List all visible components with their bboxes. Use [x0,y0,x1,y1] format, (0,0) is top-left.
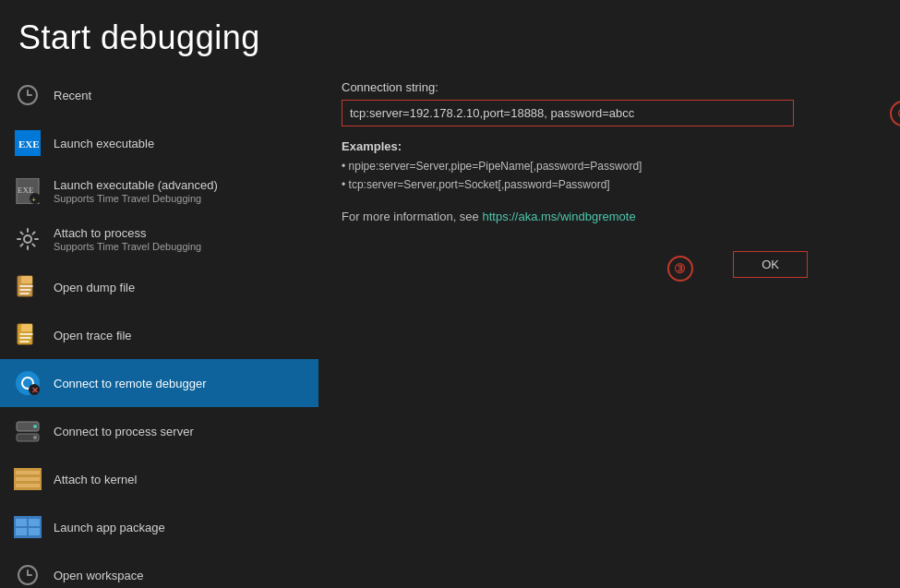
sidebar-item-launch-executable-advanced-label: Launch executable (advanced) [54,178,218,192]
sidebar-item-recent[interactable]: Recent [0,71,318,119]
annotation-circle-2: ② [890,101,900,126]
svg-text:EXE: EXE [18,138,40,150]
dump-icon [13,272,42,302]
svg-rect-16 [21,324,32,331]
examples-title: Examples: [342,139,877,153]
sidebar-item-connect-process-server[interactable]: Connect to process server [0,407,318,455]
ok-button-wrap: ③ OK [704,251,808,278]
sidebar-item-recent-label: Recent [54,89,91,102]
trace-icon [13,320,42,350]
annotation-circle-3: ③ [667,256,693,282]
more-info-link[interactable]: https://aka.ms/windbgremote [482,210,635,223]
sidebar: Recent EXE Launch executable [0,66,318,588]
sidebar-item-attach-to-process-label: Attach to process [54,226,201,240]
more-info-text: For more information, see [342,210,482,223]
svg-rect-34 [16,528,27,535]
example-item-1: npipe:server=Server,pipe=PipeName[,passw… [342,157,877,175]
sidebar-item-attach-to-process-sublabel: Supports Time Travel Debugging [54,241,201,252]
sidebar-item-open-workspace-label: Open workspace [54,569,144,582]
ok-button[interactable]: OK [733,251,808,278]
remote-icon: ✕ [13,368,42,398]
svg-point-9 [24,235,31,243]
more-info: For more information, see https://aka.ms… [342,210,877,223]
svg-rect-32 [16,519,27,526]
examples-list: npipe:server=Server,pipe=PipeName[,passw… [342,157,877,195]
sidebar-item-connect-process-server-label: Connect to process server [54,425,194,438]
sidebar-item-launch-app-package[interactable]: Launch app package [0,503,318,551]
sidebar-item-open-dump-file-label: Open dump file [54,281,135,294]
process-server-icon [13,416,42,446]
main-content: Recent EXE Launch executable [0,66,900,588]
kernel-icon [13,464,42,494]
exe-icon: EXE [13,128,42,158]
clock-icon [13,80,42,110]
svg-text:+: + [31,195,36,204]
connection-string-label: Connection string: [342,80,877,94]
sidebar-item-open-dump-file[interactable]: Open dump file [0,263,318,311]
page-title: Start debugging [18,18,882,57]
svg-text:✕: ✕ [31,386,39,395]
svg-rect-11 [21,276,32,283]
connection-input-wrap: ② [342,100,877,126]
sidebar-item-launch-executable-advanced[interactable]: EXE + Launch executable (advanced) Suppo… [0,167,318,215]
sidebar-item-connect-remote-debugger-label: Connect to remote debugger [54,377,207,390]
svg-point-24 [33,425,37,428]
exe-adv-icon: EXE + [13,176,42,206]
sidebar-item-launch-executable-label: Launch executable [54,137,154,150]
app-container: Start debugging Recent [0,0,900,588]
svg-rect-33 [29,519,40,526]
examples-section: Examples: npipe:server=Server,pipe=PipeN… [342,139,877,195]
header: Start debugging [0,0,900,66]
workspace-icon [13,560,42,588]
sidebar-item-connect-remote-debugger[interactable]: ✕ Connect to remote debugger ① [0,359,318,407]
sidebar-item-open-workspace[interactable]: Open workspace [0,551,318,588]
example-item-2: tcp:server=Server,port=Socket[,password=… [342,175,877,194]
right-panel: Connection string: ② Examples: npipe:ser… [318,66,900,588]
app-pkg-icon [13,512,42,542]
sidebar-item-launch-executable-advanced-sublabel: Supports Time Travel Debugging [54,193,218,204]
svg-point-26 [33,436,37,439]
svg-rect-28 [16,471,40,474]
sidebar-item-launch-executable[interactable]: EXE Launch executable [0,119,318,167]
svg-rect-29 [16,477,40,481]
sidebar-item-attach-to-process[interactable]: Attach to process Supports Time Travel D… [0,215,318,263]
svg-text:EXE: EXE [18,186,34,195]
sidebar-item-attach-kernel[interactable]: Attach to kernel [0,455,318,503]
connection-string-input[interactable] [342,100,794,126]
sidebar-item-attach-kernel-label: Attach to kernel [54,473,137,486]
sidebar-item-launch-app-package-label: Launch app package [54,521,165,534]
sidebar-item-open-trace-file-label: Open trace file [54,329,132,342]
gear-icon [13,224,42,254]
sidebar-item-open-trace-file[interactable]: Open trace file [0,311,318,359]
svg-rect-35 [29,528,40,535]
svg-rect-30 [16,484,40,487]
